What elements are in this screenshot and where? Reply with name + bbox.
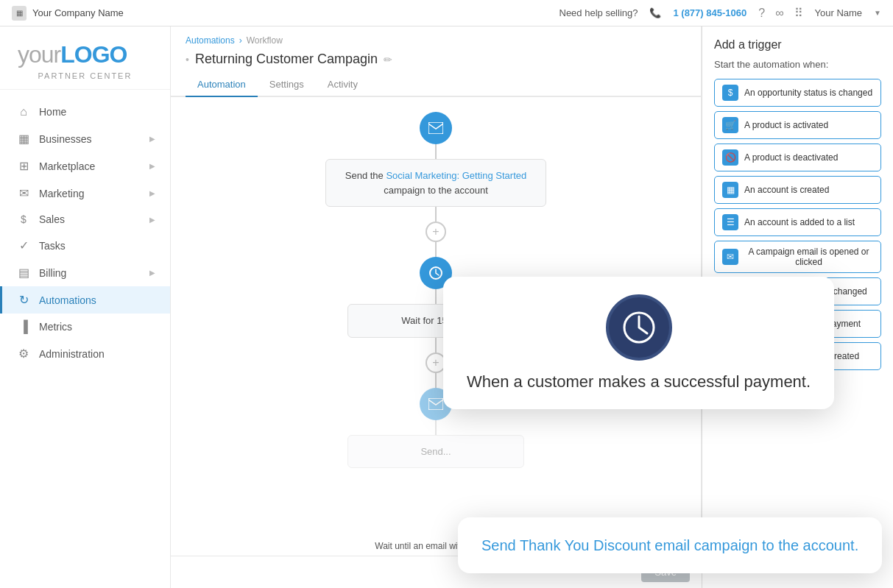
tooltip-email: Send Thank You Discount email campaign t… (458, 517, 882, 573)
connector-3 (435, 242, 437, 257)
email-node-icon (420, 112, 452, 144)
company-name: Your Company Name (32, 7, 124, 18)
trigger-product-deactivated[interactable]: 🚫 A product is deactivated (714, 144, 881, 171)
trigger-account-list-label: An account is added to a list (744, 217, 855, 227)
apps-icon[interactable]: ⠿ (794, 6, 803, 20)
sidebar-item-sales[interactable]: $ Sales ▶ (0, 207, 170, 232)
sales-icon: $ (17, 213, 30, 225)
sidebar-item-metrics[interactable]: ▐ Metrics (0, 314, 170, 340)
sidebar-label-billing: Billing (39, 267, 66, 279)
workflow-tabs: Automation Settings Activity (171, 73, 701, 97)
businesses-arrow: ▶ (149, 135, 155, 143)
workflow-node-email: Send the Social Marketing: Getting Start… (325, 112, 546, 257)
sidebar-label-marketing: Marketing (39, 188, 84, 199)
sidebar-label-marketplace: Marketplace (39, 160, 95, 172)
businesses-icon: ▦ (17, 132, 30, 146)
tab-settings[interactable]: Settings (258, 73, 316, 97)
add-node-1[interactable]: + (426, 222, 446, 242)
edit-title-icon[interactable]: ✏ (384, 54, 392, 65)
send-node-card: Send... (347, 435, 524, 469)
breadcrumb-current: Workflow (247, 35, 283, 46)
svg-rect-2 (428, 398, 443, 410)
top-bar-left: ▦ Your Company Name (12, 6, 124, 21)
partner-center: PARTNER CENTER (18, 71, 152, 80)
marketplace-icon: ⊞ (17, 159, 30, 173)
connector-6 (435, 373, 437, 388)
breadcrumb-parent[interactable]: Automations (186, 35, 235, 46)
sidebar-label-home: Home (39, 106, 66, 118)
trigger-product-deactivated-label: A product is deactivated (744, 152, 838, 163)
workflow-name: Returning Customer Campagin (195, 52, 378, 67)
metrics-icon: ▐ (17, 320, 30, 333)
sidebar-label-metrics: Metrics (39, 321, 72, 333)
opportunity-icon: $ (722, 85, 738, 101)
sidebar-item-automations[interactable]: ↻ Automations (0, 286, 170, 314)
sidebar-item-administration[interactable]: ⚙ Administration (0, 340, 170, 367)
sidebar-label-administration: Administration (39, 348, 105, 360)
sidebar-logo: yourLOGO PARTNER CENTER (0, 26, 170, 90)
logo: yourLOGO (18, 41, 152, 68)
help-icon[interactable]: ? (758, 7, 765, 20)
tab-activity[interactable]: Activity (316, 73, 370, 97)
trigger-product-activated-label: A product is activated (744, 120, 828, 130)
user-dropdown-icon[interactable]: ▼ (874, 9, 881, 17)
home-icon: ⌂ (17, 105, 30, 118)
workflow-title: • Returning Customer Campagin ✏ (171, 46, 701, 67)
trigger-opportunity-label: An opportunity status is changed (744, 88, 872, 98)
phone-number[interactable]: 1 (877) 845-1060 (673, 7, 746, 18)
sidebar-label-sales: Sales (39, 213, 65, 225)
tooltip-email-link[interactable]: Thank You Discount (520, 537, 651, 553)
tooltip-email-text: Send Thank You Discount email campaign t… (481, 535, 858, 556)
connector-4 (435, 289, 437, 304)
email-opened-icon: ✉ (722, 249, 738, 265)
campaign-link-1[interactable]: Social Marketing: Getting Started (386, 170, 526, 181)
sidebar-item-marketing[interactable]: ✉ Marketing ▶ (0, 180, 170, 207)
trigger-account-created[interactable]: ▦ An account is created (714, 176, 881, 204)
sidebar: yourLOGO PARTNER CENTER ⌂ Home ▦ Busines… (0, 26, 171, 588)
automations-icon: ↻ (17, 293, 30, 307)
sidebar-item-tasks[interactable]: ✓ Tasks (0, 232, 170, 259)
trigger-opportunity[interactable]: $ An opportunity status is changed (714, 79, 881, 107)
sidebar-item-marketplace[interactable]: ⊞ Marketplace ▶ (0, 152, 170, 180)
logo-logo: LOGO (60, 41, 127, 68)
svg-rect-0 (428, 122, 443, 134)
sidebar-label-automations: Automations (39, 294, 96, 306)
marketing-icon: ✉ (17, 186, 30, 200)
breadcrumb-separator: › (239, 35, 242, 46)
sidebar-item-home[interactable]: ⌂ Home (0, 99, 170, 125)
email-node-card: Send the Social Marketing: Getting Start… (325, 159, 546, 207)
product-deactivated-icon: 🚫 (722, 149, 738, 166)
trigger-account-created-label: An account is created (744, 185, 829, 195)
sidebar-nav: ⌂ Home ▦ Businesses ▶ ⊞ Marketplace ▶ ✉ … (0, 90, 170, 588)
trigger-account-list[interactable]: ☰ An account is added to a list (714, 208, 881, 236)
connector-5 (435, 338, 437, 353)
tooltip-timer-icon (606, 294, 672, 361)
account-created-icon: ▦ (722, 182, 738, 198)
tooltip-timer: When a customer makes a successful payme… (443, 277, 834, 409)
top-bar: ▦ Your Company Name Need help selling? 📞… (0, 0, 893, 26)
help-text: Need help selling? (560, 7, 638, 18)
account-list-icon: ☰ (722, 214, 738, 230)
marketing-arrow: ▶ (149, 189, 155, 197)
trigger-product-activated[interactable]: 🛒 A product is activated (714, 111, 881, 139)
trigger-email-opened[interactable]: ✉ A campaign email is opened or clicked (714, 241, 881, 273)
billing-arrow: ▶ (149, 269, 155, 277)
phone-icon: 📞 (649, 7, 661, 18)
main-content: Automations › Workflow • Returning Custo… (171, 26, 893, 588)
trigger-email-opened-label: A campaign email is opened or clicked (744, 247, 873, 267)
tab-automation[interactable]: Automation (186, 73, 258, 97)
top-bar-right: Need help selling? 📞 1 (877) 845-1060 ? … (560, 6, 882, 20)
breadcrumb: Automations › Workflow (171, 26, 701, 46)
sidebar-item-billing[interactable]: ▤ Billing ▶ (0, 259, 170, 286)
tooltip-timer-text: When a customer makes a successful payme… (467, 372, 811, 392)
sidebar-item-businesses[interactable]: ▦ Businesses ▶ (0, 125, 170, 152)
tooltip-email-before: Send (481, 537, 520, 553)
link-icon[interactable]: ∞ (775, 7, 783, 20)
user-name[interactable]: Your Name (815, 7, 863, 18)
marketplace-arrow: ▶ (149, 162, 155, 170)
connector-1 (435, 144, 437, 159)
sidebar-label-businesses: Businesses (39, 133, 92, 145)
product-activated-icon: 🛒 (722, 117, 738, 133)
trigger-panel-subtitle: Start the automation when: (714, 59, 881, 70)
top-bar-icons: ? ∞ ⠿ (758, 6, 802, 20)
